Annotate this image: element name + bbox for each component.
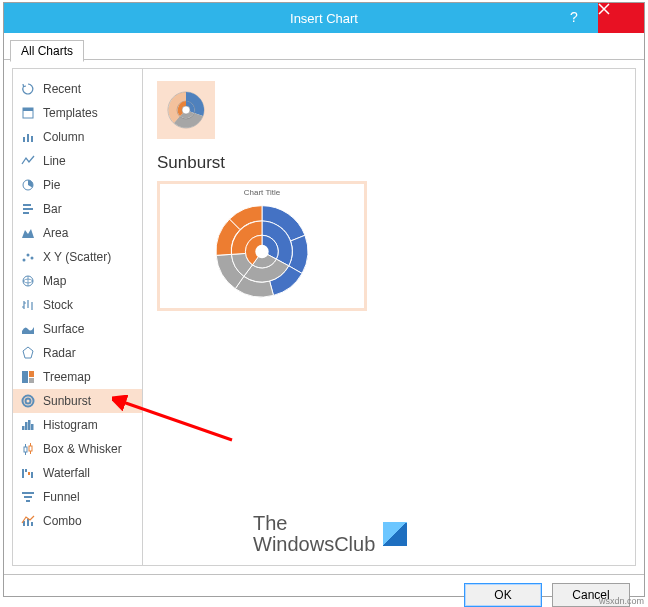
sidebar-item-line[interactable]: Line	[13, 149, 142, 173]
svg-point-37	[255, 245, 268, 258]
sidebar-item-label: Surface	[43, 322, 84, 336]
close-icon	[598, 3, 610, 15]
svg-rect-27	[31, 472, 33, 478]
sidebar-item-map[interactable]: Map	[13, 269, 142, 293]
sidebar-item-label: Column	[43, 130, 84, 144]
svg-point-9	[23, 259, 26, 262]
svg-rect-13	[22, 371, 28, 383]
sidebar-item-stock[interactable]: Stock	[13, 293, 142, 317]
sidebar-item-waterfall[interactable]: Waterfall	[13, 461, 142, 485]
sidebar-item-label: Map	[43, 274, 66, 288]
sidebar-item-scatter[interactable]: X Y (Scatter)	[13, 245, 142, 269]
chart-subtype-sunburst[interactable]	[157, 81, 215, 139]
svg-rect-32	[27, 519, 29, 526]
radar-icon	[19, 345, 37, 361]
waterfall-icon	[19, 465, 37, 481]
chart-type-name: Sunburst	[157, 153, 621, 173]
sidebar-item-area[interactable]: Area	[13, 221, 142, 245]
sidebar-item-label: Recent	[43, 82, 81, 96]
tabstrip: All Charts	[4, 33, 644, 60]
svg-rect-15	[29, 378, 34, 383]
svg-rect-33	[31, 522, 33, 526]
sidebar-item-surface[interactable]: Surface	[13, 317, 142, 341]
help-button[interactable]: ?	[554, 3, 594, 33]
svg-rect-14	[29, 371, 34, 377]
svg-rect-21	[31, 424, 34, 430]
svg-rect-18	[22, 426, 25, 430]
sidebar-item-label: Pie	[43, 178, 60, 192]
chart-preview[interactable]: Chart Title	[157, 181, 367, 311]
sidebar-item-label: Combo	[43, 514, 82, 528]
svg-rect-3	[27, 134, 29, 142]
sidebar-item-label: Box & Whisker	[43, 442, 122, 456]
sidebar-item-column[interactable]: Column	[13, 125, 142, 149]
dialog-body: Recent Templates Column Line Pie Bar Are…	[12, 68, 636, 566]
boxwhisker-icon	[19, 441, 37, 457]
chart-title: Chart Title	[244, 188, 280, 197]
close-button[interactable]	[598, 3, 644, 33]
sunburst-preview-icon	[207, 199, 317, 304]
sunburst-icon	[19, 393, 37, 409]
svg-rect-22	[24, 447, 27, 452]
area-icon	[19, 225, 37, 241]
svg-rect-23	[29, 446, 32, 451]
svg-rect-2	[23, 137, 25, 142]
svg-rect-28	[22, 492, 34, 494]
stock-icon	[19, 297, 37, 313]
svg-rect-24	[22, 469, 24, 478]
sidebar-item-label: Waterfall	[43, 466, 90, 480]
histogram-icon	[19, 417, 37, 433]
combo-icon	[19, 513, 37, 529]
sidebar-item-label: Templates	[43, 106, 98, 120]
svg-point-10	[27, 254, 30, 257]
svg-rect-20	[28, 420, 31, 430]
sidebar-item-bar[interactable]: Bar	[13, 197, 142, 221]
bar-icon	[19, 201, 37, 217]
pie-icon	[19, 177, 37, 193]
svg-rect-25	[25, 469, 27, 472]
sidebar-item-label: X Y (Scatter)	[43, 250, 111, 264]
recent-icon	[19, 81, 37, 97]
scatter-icon	[19, 249, 37, 265]
sidebar-item-label: Stock	[43, 298, 73, 312]
sidebar-item-label: Sunburst	[43, 394, 91, 408]
watermark-text: TheWindowsClub	[253, 513, 375, 555]
sidebar-item-histogram[interactable]: Histogram	[13, 413, 142, 437]
dialog-footer: OK Cancel	[4, 574, 644, 607]
watermark-logo-icon	[383, 522, 407, 546]
sidebar-item-pie[interactable]: Pie	[13, 173, 142, 197]
svg-point-11	[31, 257, 34, 260]
sidebar-item-label: Line	[43, 154, 66, 168]
titlebar: Insert Chart ?	[4, 3, 644, 33]
svg-rect-4	[31, 136, 33, 142]
sidebar-item-combo[interactable]: Combo	[13, 509, 142, 533]
sidebar-item-recent[interactable]: Recent	[13, 77, 142, 101]
svg-rect-19	[25, 422, 28, 430]
svg-point-16	[23, 396, 34, 407]
svg-rect-26	[28, 472, 30, 475]
sidebar-item-label: Bar	[43, 202, 62, 216]
sidebar-item-boxwhisker[interactable]: Box & Whisker	[13, 437, 142, 461]
insert-chart-dialog: Insert Chart ? All Charts Recent Templat…	[3, 2, 645, 597]
sidebar-item-label: Radar	[43, 346, 76, 360]
sidebar-item-sunburst[interactable]: Sunburst	[13, 389, 142, 413]
sidebar-item-templates[interactable]: Templates	[13, 101, 142, 125]
tab-all-charts[interactable]: All Charts	[10, 40, 84, 62]
funnel-icon	[19, 489, 37, 505]
sidebar-item-label: Area	[43, 226, 68, 240]
column-icon	[19, 129, 37, 145]
sidebar-item-radar[interactable]: Radar	[13, 341, 142, 365]
watermark: TheWindowsClub	[253, 513, 407, 555]
svg-point-17	[26, 399, 31, 404]
sunburst-thumb-icon	[164, 88, 208, 132]
chart-category-sidebar: Recent Templates Column Line Pie Bar Are…	[13, 69, 143, 565]
line-icon	[19, 153, 37, 169]
sidebar-item-label: Histogram	[43, 418, 98, 432]
ok-button[interactable]: OK	[464, 583, 542, 607]
sidebar-item-label: Treemap	[43, 370, 91, 384]
sidebar-item-treemap[interactable]: Treemap	[13, 365, 142, 389]
source-caption: wsxdn.com	[599, 596, 644, 606]
svg-rect-6	[23, 204, 31, 206]
sidebar-item-funnel[interactable]: Funnel	[13, 485, 142, 509]
svg-rect-1	[23, 108, 33, 111]
